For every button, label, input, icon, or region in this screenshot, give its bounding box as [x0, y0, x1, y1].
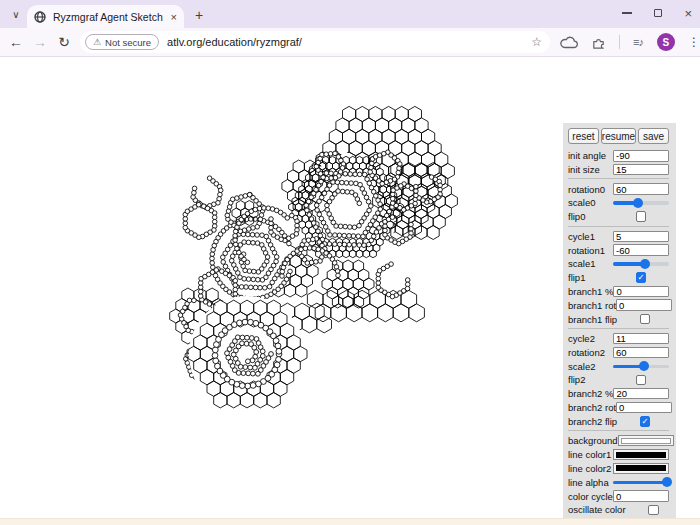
window-minimize-icon[interactable]	[622, 12, 632, 13]
param-control-branch1_flip	[617, 314, 673, 325]
rotation1-field[interactable]	[613, 244, 669, 256]
param-label-rotation2: rotation2	[568, 347, 613, 358]
param-control-branch2_pct	[613, 388, 669, 400]
param-control-branch2_rot	[616, 402, 672, 414]
new-tab-button[interactable]: +	[190, 6, 208, 24]
bookmark-star-icon[interactable]: ☆	[531, 35, 542, 49]
param-row-cycle2: cycle2	[568, 333, 669, 345]
param-label-flip2: flip2	[568, 374, 613, 385]
slider-thumb[interactable]	[662, 477, 672, 487]
cycle2-field[interactable]	[613, 333, 669, 345]
browser-tab[interactable]: Ryzmgraf Agent Sketch ×	[27, 5, 184, 28]
init-angle-field[interactable]	[613, 150, 669, 162]
window-close-icon[interactable]: ×	[684, 7, 692, 20]
bottom-strip	[0, 518, 700, 525]
security-chip[interactable]: ⚠ Not secure	[85, 34, 159, 50]
branch1-flip-checkbox[interactable]	[640, 314, 651, 325]
slider-thumb[interactable]	[639, 361, 649, 371]
oscillate-color-checkbox[interactable]	[648, 505, 659, 516]
param-label-scale1: scale1	[568, 258, 613, 269]
tab-favicon-globe-icon	[34, 11, 46, 23]
init-size-field[interactable]	[613, 164, 669, 176]
param-control-line_alpha	[613, 477, 669, 488]
scale0-slider[interactable]	[613, 197, 669, 208]
reload-icon[interactable]: ↻	[52, 34, 76, 50]
address-bar[interactable]: ⚠ Not secure atlv.org/education/ryzmgraf…	[80, 31, 550, 53]
reset-button[interactable]: reset	[568, 128, 599, 144]
param-row-scale2: scale2	[568, 360, 669, 372]
branch2-rot-field[interactable]	[616, 402, 672, 414]
scale1-slider[interactable]	[613, 258, 669, 269]
param-label-rotation0: rotation0	[568, 184, 613, 195]
profile-avatar[interactable]: S	[657, 33, 675, 51]
param-label-flip0: flip0	[568, 211, 613, 222]
tab-strip: ∨ Ryzmgraf Agent Sketch × + ×	[0, 0, 700, 28]
flip0-checkbox[interactable]	[636, 211, 647, 222]
line-alpha-slider[interactable]	[613, 477, 669, 488]
param-control-scale0	[613, 197, 669, 208]
param-label-branch1_rot: branch1 rot	[568, 300, 616, 311]
param-row-branch2_rot: branch2 rot	[568, 402, 669, 414]
slider-thumb[interactable]	[640, 259, 650, 269]
param-row-flip0: flip0	[568, 211, 669, 223]
extensions-icon[interactable]	[591, 35, 606, 50]
param-row-init_angle: init angle	[568, 150, 669, 162]
color-swatch	[616, 465, 666, 471]
art-hexpatch	[322, 260, 374, 308]
branch1-rot-field[interactable]	[616, 299, 672, 311]
line-color2-color-picker[interactable]	[613, 463, 669, 474]
tab-close-icon[interactable]: ×	[171, 11, 177, 23]
param-control-branch1_pct	[613, 286, 669, 298]
param-row-scale1: scale1	[568, 258, 669, 270]
window-maximize-icon[interactable]	[654, 9, 662, 17]
menu-kebab-icon[interactable]: ⋮	[688, 35, 700, 49]
param-control-cycle1	[613, 231, 669, 243]
tab-search-button[interactable]: ∨	[6, 6, 26, 23]
param-label-color_cycle: color cycle	[568, 491, 613, 502]
line-color1-color-picker[interactable]	[613, 449, 669, 460]
param-row-rotation1: rotation1	[568, 244, 669, 256]
param-label-branch2_flip: branch2 flip	[568, 416, 617, 427]
cycle1-field[interactable]	[613, 231, 669, 243]
rotation0-field[interactable]	[613, 183, 669, 195]
url-text[interactable]: atlv.org/education/ryzmgraf/	[167, 36, 531, 48]
chevron-down-icon: ∨	[12, 9, 19, 20]
param-label-cycle2: cycle2	[568, 333, 613, 344]
flip1-checkbox[interactable]: ✓	[636, 272, 647, 283]
resume-button[interactable]: resume	[601, 128, 636, 144]
slider-track	[613, 481, 669, 485]
param-control-background	[618, 435, 674, 446]
checkbox-wrap: ✓	[613, 272, 669, 283]
param-label-line_alpha: line alpha	[568, 477, 613, 488]
param-control-scale1	[613, 258, 669, 269]
cloud-icon[interactable]	[560, 36, 578, 49]
param-label-branch2_pct: branch2 %	[568, 388, 613, 399]
branch2-flip-checkbox[interactable]: ✓	[640, 416, 651, 427]
save-button[interactable]: save	[638, 128, 669, 144]
param-control-line_color1	[613, 449, 669, 460]
warning-icon: ⚠	[93, 37, 101, 47]
flip2-checkbox[interactable]	[636, 375, 647, 386]
forward-icon[interactable]: →	[28, 34, 52, 50]
param-control-branch2_flip: ✓	[617, 416, 673, 427]
param-row-flip1: flip1✓	[568, 272, 669, 284]
param-row-line_alpha: line alpha	[568, 476, 669, 488]
slider-thumb[interactable]	[633, 198, 643, 208]
background-color-picker[interactable]	[618, 435, 674, 446]
rotation2-field[interactable]	[613, 347, 669, 359]
color-cycle-field[interactable]	[613, 490, 669, 502]
branch2-pct-field[interactable]	[613, 388, 669, 400]
scale2-slider[interactable]	[613, 361, 669, 372]
reading-list-icon[interactable]: ≡♪	[633, 36, 644, 48]
param-label-scale0: scale0	[568, 197, 613, 208]
param-row-init_size: init size	[568, 164, 669, 176]
param-row-flip2: flip2	[568, 374, 669, 386]
param-row-branch2_pct: branch2 %	[568, 388, 669, 400]
param-row-branch1_pct: branch1 %	[568, 286, 669, 298]
param-row-branch2_flip: branch2 flip✓	[568, 416, 669, 428]
branch1-pct-field[interactable]	[613, 286, 669, 298]
panel-rows: init angleinit sizerotation0scale0flip0c…	[568, 150, 669, 516]
param-control-rotation1	[613, 244, 669, 256]
back-icon[interactable]: ←	[4, 34, 28, 50]
param-control-cycle2	[613, 333, 669, 345]
